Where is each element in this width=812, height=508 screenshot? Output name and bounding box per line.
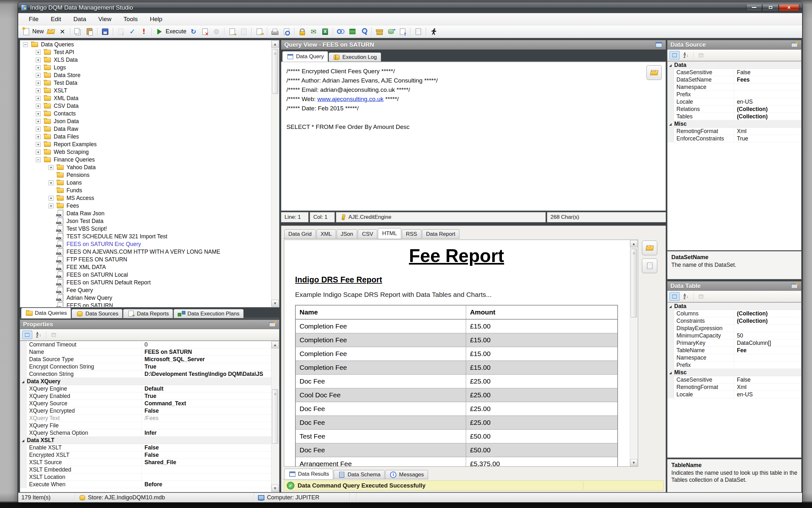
result-bottom-tab-messages[interactable]: Messages (385, 470, 428, 479)
toolbar-page-up-button[interactable] (397, 27, 408, 37)
scroll-down-icon[interactable]: ▼ (272, 300, 279, 307)
tree-collapse-icon[interactable]: − (23, 42, 28, 47)
tree-item-ms-access[interactable]: +MS Access (20, 194, 271, 202)
tree-item-funds[interactable]: Funds (20, 186, 271, 194)
toolbar-delete-button[interactable] (57, 27, 68, 37)
categorize-button[interactable] (22, 331, 32, 339)
toolbar-mail-button[interactable] (308, 27, 319, 37)
export-result-button[interactable] (642, 241, 657, 255)
tree-expand-icon[interactable]: + (36, 134, 41, 139)
tree-item-ftp-fees-on-saturn[interactable]: FTP FEES ON SATURN (20, 256, 271, 263)
tree-item-test-data[interactable]: +Test Data (20, 79, 271, 87)
property-value[interactable]: True (734, 135, 801, 142)
data-table-row-remotingformat[interactable]: RemotingFormatXml (668, 384, 801, 391)
tree-expand-icon[interactable]: + (36, 150, 41, 155)
property-value[interactable]: (Collection) (734, 106, 801, 113)
property-value[interactable]: True (142, 364, 279, 370)
toolbar-open-button[interactable] (45, 27, 56, 37)
tree-item-fees-on-saturn-enc-query[interactable]: FEES on SATURN Enc Query (20, 240, 271, 248)
properties-category-data-xquery[interactable]: Data XQuery (20, 378, 279, 385)
property-value[interactable]: Fee (734, 347, 801, 354)
toolbar-excel-button[interactable] (320, 27, 331, 37)
panel-expand-icon[interactable] (791, 42, 798, 48)
data-table-row-minimumcapacity[interactable]: MinimumCapacity50 (668, 332, 801, 339)
property-value[interactable]: Before (142, 481, 279, 488)
query-view-window-icon[interactable] (655, 42, 663, 48)
tree-item-data-queries[interactable]: −Data Queries (20, 41, 271, 48)
properties-category-data-xslt[interactable]: Data XSLT (20, 437, 279, 444)
toolbar-preview-button[interactable] (281, 27, 292, 37)
properties-scrollbar[interactable]: ▲ ▼ (271, 341, 279, 492)
data-source-category-data[interactable]: Data (668, 61, 801, 69)
tree-item-test-api[interactable]: +Test API (20, 48, 271, 56)
property-value[interactable]: Microsoft_SQL_Server (142, 356, 279, 363)
properties-scrollbar-thumb[interactable] (272, 389, 278, 444)
properties-row-command-timeout[interactable]: Command Timeout0 (20, 341, 279, 348)
properties-row-xquery-schema-option[interactable]: XQuery Schema OptionInfer (20, 429, 279, 437)
menu-item-tools[interactable]: Tools (117, 13, 144, 25)
property-value[interactable]: False (142, 408, 279, 414)
menu-item-view[interactable]: View (92, 13, 117, 25)
property-value[interactable]: False (142, 452, 279, 458)
result-tab-csv[interactable]: CSV (358, 229, 377, 239)
tree-scrollbar[interactable]: ▲ ▼ (271, 41, 279, 307)
properties-row-enable-xslt[interactable]: Enable XSLTFalse (20, 444, 279, 451)
window-titlebar[interactable]: Indigo DQM Data Management Studio ✕ (18, 2, 802, 13)
explorer-tab-data-reports[interactable]: Data Reports (123, 309, 173, 318)
query-tab-execution-log[interactable]: Execution Log (329, 52, 381, 62)
properties-row-xslt-embedded[interactable]: XSLT Embedded (20, 466, 279, 473)
tree-item-finance-queries[interactable]: −Finance Queries (20, 156, 271, 164)
sql-web-link[interactable]: www.ajeconsulting.co.uk (318, 96, 384, 102)
properties-row-xslt-location[interactable]: XSLT Location (20, 473, 279, 481)
data-source-row-locale[interactable]: Localeen-US (668, 98, 801, 105)
tree-expand-icon[interactable]: + (36, 57, 41, 62)
tree-item-data-files[interactable]: +Data Files (20, 133, 271, 140)
tree-expand-icon[interactable]: + (36, 73, 41, 78)
property-value[interactable]: Shared_File (142, 459, 279, 466)
tree-item-report-examples[interactable]: +Report Examples (20, 140, 271, 148)
tree-expand-icon[interactable]: + (36, 88, 41, 93)
data-table-row-columns[interactable]: Columns(Collection) (668, 310, 801, 318)
maximize-button[interactable] (762, 4, 779, 11)
properties-row-xquery-encrypted[interactable]: XQuery EncryptedFalse (20, 407, 279, 415)
tree-item-fees-on-saturn-default-report[interactable]: FEES on SATURN Default Report (20, 279, 271, 286)
toolbar-run-button[interactable] (428, 27, 439, 37)
properties-row-encrypt-connection-string[interactable]: Encrypt Connection StringTrue (20, 363, 279, 371)
result-tab-data-grid[interactable]: Data Grid (284, 229, 316, 239)
tree-item-json-data[interactable]: +Json Data (20, 117, 271, 125)
sort-alphabetical-button[interactable]: AZ↓ (681, 292, 691, 301)
property-value[interactable]: Infer (142, 430, 279, 436)
report-scrollbar-thumb[interactable] (631, 249, 637, 318)
scroll-up-icon[interactable]: ▲ (272, 41, 279, 48)
data-table-row-constraints[interactable]: Constraints(Collection) (668, 318, 801, 325)
toolbar-play-button[interactable]: Execute (154, 27, 187, 37)
properties-row-xslt-source[interactable]: XSLT SourceShared_File (20, 459, 279, 466)
data-table-category-misc[interactable]: Misc (668, 369, 801, 376)
property-value[interactable]: en-US (734, 98, 801, 105)
tree-item-logs[interactable]: +Logs (20, 64, 271, 71)
tree-expand-icon[interactable]: + (36, 81, 41, 85)
tree-item-xls-data[interactable]: +XLS Data (20, 56, 271, 64)
tree-item-data-store[interactable]: +Data Store (20, 71, 271, 79)
data-table-row-prefix[interactable]: Prefix (668, 362, 801, 369)
property-value[interactable]: FEES on SATURN (142, 349, 279, 355)
data-source-row-namespace[interactable]: Namespace (668, 84, 801, 91)
tree-item-loans[interactable]: +Loans (20, 179, 271, 186)
property-value[interactable]: False (734, 69, 801, 76)
data-table-category-data[interactable]: Data (668, 303, 801, 310)
toolbar-link-button[interactable] (335, 27, 346, 37)
result-tab-data-report[interactable]: Data Report (422, 229, 460, 239)
sql-editor[interactable]: /***** Encrypted Client Fees Query *****… (281, 62, 666, 211)
tree-expand-icon[interactable]: + (36, 119, 41, 124)
tree-expand-icon[interactable]: + (49, 204, 53, 208)
tree-item-pensions[interactable]: Pensions (20, 171, 271, 179)
property-value[interactable]: Xml (734, 384, 801, 391)
data-table-row-namespace[interactable]: Namespace (668, 354, 801, 362)
tree-item-web-scraping[interactable]: +Web Scraping (20, 148, 271, 156)
tree-expand-icon[interactable]: + (49, 196, 53, 201)
explorer-tab-data-execution-plans[interactable]: Data Execution Plans (174, 309, 244, 318)
panel-expand-icon[interactable] (269, 321, 276, 328)
minimize-button[interactable] (746, 4, 762, 11)
data-source-row-casesensitive[interactable]: CaseSensitiveFalse (668, 69, 801, 76)
data-source-row-enforceconstraints[interactable]: EnforceConstraintsTrue (668, 135, 801, 142)
